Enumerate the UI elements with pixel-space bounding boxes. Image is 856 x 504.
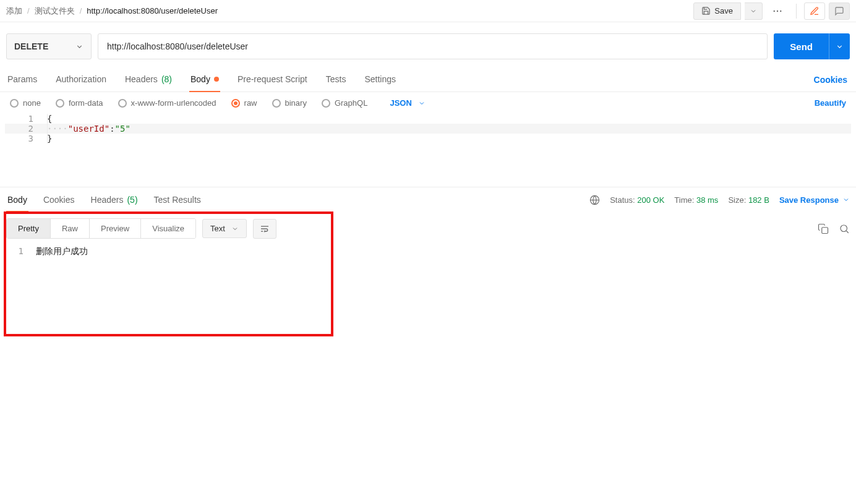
body-type-urlencoded-label: x-www-form-urlencoded: [131, 98, 216, 108]
view-pretty[interactable]: Pretty: [7, 219, 51, 238]
body-type-formdata-label: form-data: [69, 98, 103, 108]
tab-settings[interactable]: Settings: [363, 68, 397, 92]
response-tabs: Body Cookies Headers (5) Test Results: [6, 187, 202, 212]
url-input[interactable]: [98, 33, 768, 59]
resp-tab-testresults[interactable]: Test Results: [153, 187, 202, 212]
svg-point-2: [780, 10, 781, 11]
colon: :: [109, 124, 114, 134]
format-select[interactable]: JSON: [390, 98, 425, 108]
comment-icon: [834, 6, 844, 16]
svg-point-8: [841, 225, 847, 232]
response-right-icons: [818, 223, 850, 234]
svg-line-9: [846, 231, 848, 233]
cookies-link[interactable]: Cookies: [811, 69, 850, 91]
request-row: DELETE Send: [0, 22, 856, 68]
method-value: DELETE: [14, 41, 48, 51]
breadcrumb-root[interactable]: 添加: [6, 6, 22, 17]
save-icon: [701, 6, 711, 15]
chevron-down-icon: [842, 196, 850, 203]
breadcrumb: 添加 / 测试文件夹 / http://localhost:8080/user/…: [6, 6, 218, 17]
body-type-none-label: none: [23, 98, 41, 108]
tab-authorization[interactable]: Authorization: [54, 68, 108, 92]
wrap-button[interactable]: [253, 219, 276, 239]
gutter-border: [47, 114, 48, 143]
request-body-editor[interactable]: 1 { 2 ····"userId":"5" 3 }: [5, 114, 851, 143]
svg-rect-7: [822, 227, 828, 233]
tab-body[interactable]: Body: [189, 68, 220, 92]
view-preview[interactable]: Preview: [90, 219, 141, 238]
top-bar: 添加 / 测试文件夹 / http://localhost:8080/user/…: [0, 0, 856, 22]
time-label: Time:: [674, 195, 694, 205]
brace: {: [47, 114, 52, 124]
status-label: Status:: [610, 195, 635, 205]
resp-tab-headers-label: Headers: [91, 195, 124, 205]
breadcrumb-folder[interactable]: 测试文件夹: [35, 6, 75, 17]
save-button[interactable]: Save: [693, 2, 741, 20]
response-text: 删除用户成功: [36, 246, 88, 257]
response-format-select[interactable]: Text: [202, 219, 247, 238]
tab-headers-label: Headers: [125, 74, 158, 84]
json-key: "userId": [68, 124, 109, 134]
send-group: Send: [774, 33, 850, 59]
size-value: 182 B: [748, 195, 769, 205]
more-options-button[interactable]: [766, 2, 789, 20]
line-number: 3: [5, 134, 42, 143]
globe-icon[interactable]: [589, 195, 600, 205]
beautify-button[interactable]: Beautify: [815, 98, 846, 108]
status-value: 200 OK: [637, 195, 664, 205]
body-type-raw[interactable]: raw: [231, 98, 257, 108]
tab-params[interactable]: Params: [6, 68, 38, 92]
format-value: JSON: [390, 98, 411, 108]
save-response-button[interactable]: Save Response: [779, 195, 850, 205]
body-type-none[interactable]: none: [10, 98, 41, 108]
response-format-value: Text: [210, 224, 225, 233]
radio-icon: [10, 99, 19, 108]
view-visualize[interactable]: Visualize: [141, 219, 195, 238]
send-dropdown[interactable]: [829, 33, 850, 59]
modified-dot-icon: [214, 77, 219, 82]
comments-button[interactable]: [829, 2, 850, 20]
method-select[interactable]: DELETE: [6, 33, 92, 59]
request-tabs-row: Params Authorization Headers (8) Body Pr…: [0, 68, 856, 92]
save-dropdown[interactable]: [745, 2, 763, 20]
chevron-down-icon: [750, 7, 757, 15]
top-actions: Save: [693, 2, 850, 20]
resp-tab-headers[interactable]: Headers (5): [90, 187, 139, 212]
line-number: 2: [5, 124, 42, 134]
divider: [796, 4, 797, 19]
copy-button[interactable]: [818, 223, 829, 234]
body-type-formdata[interactable]: form-data: [56, 98, 103, 108]
radio-icon: [56, 99, 64, 108]
body-type-urlencoded[interactable]: x-www-form-urlencoded: [118, 98, 216, 108]
svg-point-0: [774, 10, 775, 11]
radio-icon: [231, 99, 240, 108]
tab-headers-count: (8): [161, 74, 172, 84]
tab-prerequest[interactable]: Pre-request Script: [236, 68, 309, 92]
search-button[interactable]: [839, 223, 850, 234]
view-tabs: Pretty Raw Preview Visualize: [6, 218, 196, 239]
body-type-graphql[interactable]: GraphQL: [322, 98, 367, 108]
brace: }: [47, 134, 52, 143]
tab-headers[interactable]: Headers (8): [124, 68, 173, 92]
breadcrumb-sep: /: [80, 6, 82, 15]
tab-tests[interactable]: Tests: [325, 68, 348, 92]
resp-tab-cookies[interactable]: Cookies: [42, 187, 76, 212]
line-number: 1: [0, 246, 36, 257]
request-tabs: Params Authorization Headers (8) Body Pr…: [6, 68, 397, 92]
resp-tab-headers-count: (5): [127, 195, 137, 205]
edit-button[interactable]: [804, 2, 825, 20]
send-button[interactable]: Send: [774, 33, 829, 59]
view-raw[interactable]: Raw: [51, 219, 90, 238]
body-type-raw-label: raw: [244, 98, 257, 108]
radio-icon: [272, 99, 281, 108]
body-type-binary[interactable]: binary: [272, 98, 307, 108]
save-response-label: Save Response: [779, 195, 839, 205]
chevron-down-icon: [75, 43, 83, 51]
ellipsis-icon: [772, 6, 783, 17]
tab-body-label: Body: [190, 74, 210, 84]
resp-tab-body[interactable]: Body: [6, 187, 28, 212]
body-type-graphql-label: GraphQL: [335, 98, 367, 108]
breadcrumb-current[interactable]: http://localhost:8080/user/deleteUser: [87, 6, 218, 15]
wrap-icon: [260, 224, 270, 234]
response-body[interactable]: 1 删除用户成功: [0, 244, 856, 260]
